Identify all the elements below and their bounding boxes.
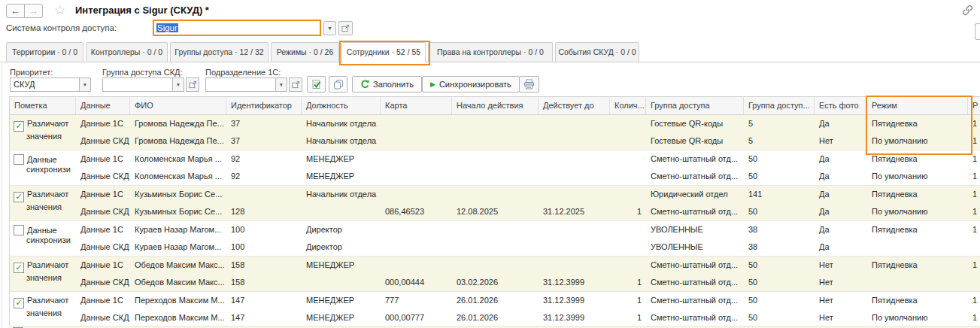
priority-input[interactable]: СКУД: [10, 77, 79, 92]
cell-access-group: УВОЛЕННЫЕ: [646, 221, 744, 238]
table-row[interactable]: Данные 1СПереходов Максим М...147МЕНЕДЖЕ…: [76, 292, 980, 309]
division-dropdown-button[interactable]: ▾: [275, 77, 287, 92]
acs-dropdown-button[interactable]: ▾: [323, 21, 336, 35]
tab-employees[interactable]: Сотрудники · 52 / 55: [341, 42, 426, 62]
column-header-access-group-id[interactable]: Группа доступ...: [744, 97, 815, 114]
cell-position: МЕНЕДЖЕР: [302, 150, 381, 168]
cell-quantity: 1: [610, 292, 646, 309]
cell-position: МЕНЕДЖЕР: [302, 168, 381, 185]
row-checkbox[interactable]: [14, 154, 24, 165]
acs-group-dropdown-button[interactable]: ▾: [172, 77, 184, 92]
priority-label: Приоритет:: [10, 68, 53, 77]
column-header-identifier[interactable]: Идентификатор: [226, 97, 302, 114]
table-row[interactable]: Данные СКДКураев Назар Магом...100Директ…: [76, 238, 980, 256]
row-checkbox[interactable]: [14, 225, 24, 235]
cell-end-date: [539, 150, 610, 168]
acs-group-open-button[interactable]: [186, 77, 199, 92]
forward-icon: →: [29, 5, 38, 17]
cell-data-source: Данные СКД: [76, 274, 130, 291]
column-header-end-date[interactable]: Действует до: [539, 97, 610, 114]
chevron-down-icon: ▾: [83, 81, 86, 88]
table-row[interactable]: Данные СКДОбедов Максим Макс...158000,00…: [76, 274, 980, 291]
tab-acs-events[interactable]: События СКУД · 0 / 0: [555, 42, 639, 62]
column-header-mode[interactable]: Режим: [867, 97, 968, 114]
back-button[interactable]: ←: [6, 4, 25, 18]
table-row[interactable]: Данные СКДКоломенская Марья ...92МЕНЕДЖЕ…: [76, 168, 980, 185]
mark-label: Различают значения: [26, 260, 68, 282]
division-open-button[interactable]: [289, 77, 302, 92]
table-row[interactable]: Данные СКДКузьминых Борис Се...128086,46…: [76, 203, 980, 220]
tab-controllers[interactable]: Контроллеры · 0 / 0: [86, 42, 168, 62]
fill-button[interactable]: Заполнить: [352, 76, 422, 93]
cell-extra: 1: [968, 186, 980, 203]
table-row[interactable]: Данные 1СКузьминых Борис Се...Начальник …: [76, 186, 980, 203]
cell-start-date: [452, 186, 539, 203]
cell-access-group: Юридический отдел: [646, 186, 744, 203]
mark-label: Данные синхронизи: [26, 155, 71, 174]
cell-has-photo: Нет: [815, 274, 867, 291]
sync-button[interactable]: ▶ Синхронизировать: [422, 76, 520, 93]
cell-card: 000,00777: [381, 309, 452, 326]
acs-input[interactable]: Sigur: [153, 20, 321, 36]
table-row[interactable]: Данные 1СГромова Надежда Пе...37Начальни…: [76, 115, 980, 132]
favorite-star-icon[interactable]: ☆: [54, 2, 65, 18]
cell-identifier: 158: [226, 257, 302, 274]
column-header-card[interactable]: Карта: [381, 97, 452, 114]
cell-end-date: 31.12.3999: [539, 292, 610, 309]
cell-access-group-id: 5: [744, 115, 815, 132]
table-row[interactable]: Данные СКДГромова Надежда Пе...37Начальн…: [76, 132, 980, 150]
cell-position: МЕНЕДЖЕР: [302, 257, 381, 274]
cell-mode: По умолчанию: [867, 309, 968, 326]
priority-dropdown-button[interactable]: ▾: [79, 77, 91, 92]
cell-has-photo: Да: [815, 168, 867, 185]
row-checkbox[interactable]: ✓: [14, 298, 24, 308]
table-row[interactable]: Данные 1СКоломенская Марья ...92МЕНЕДЖЕР…: [76, 150, 980, 168]
acs-group-input[interactable]: [102, 77, 172, 92]
division-input[interactable]: [205, 77, 275, 92]
table-row[interactable]: Данные 1СОбедов Максим Макс...158МЕНЕДЖЕ…: [76, 257, 980, 274]
cell-fio: Обедов Максим Макс...: [130, 274, 226, 291]
column-header-data[interactable]: Данные: [76, 97, 130, 114]
set-marks-button[interactable]: [307, 76, 326, 93]
get-link-icon[interactable]: [962, 5, 973, 16]
table-row[interactable]: Данные СКДПереходов Максим М...147МЕНЕДЖ…: [76, 309, 980, 326]
cell-has-photo: Нет: [815, 257, 867, 274]
print-button[interactable]: [519, 76, 539, 93]
check-icon: ✓: [15, 298, 22, 307]
cell-extra: 1: [968, 132, 980, 150]
cell-quantity: 1: [610, 203, 646, 220]
cell-end-date: [539, 115, 610, 132]
forward-button[interactable]: →: [24, 4, 43, 18]
tab-territories[interactable]: Территории · 0 / 0: [6, 42, 83, 62]
cell-has-photo: Да: [815, 186, 867, 203]
cell-access-group-id: 50: [744, 309, 815, 326]
tab-bar: Территории · 0 / 0 Контроллеры · 0 / 0 Г…: [6, 42, 639, 62]
column-header-mark[interactable]: Пометка: [10, 97, 76, 114]
cell-access-group-id: 50: [744, 150, 815, 168]
column-header-quantity[interactable]: Колич...: [610, 97, 646, 114]
row-checkbox[interactable]: ✓: [14, 192, 24, 202]
cell-access-group: Сметно-штатный отд...: [646, 274, 744, 291]
mark-cell: ✓Различают значения: [10, 257, 76, 291]
column-header-has-photo[interactable]: Есть фото: [815, 97, 867, 114]
column-header-access-group[interactable]: Группа доступа: [646, 97, 744, 114]
column-header-fio[interactable]: ФИО: [130, 97, 226, 114]
row-checkbox[interactable]: ✓: [14, 121, 24, 132]
division-combo: ▾: [205, 77, 302, 92]
row-checkbox[interactable]: ✓: [14, 263, 24, 273]
tab-modes[interactable]: Режимы · 0 / 26: [271, 42, 339, 62]
cell-fio: Кураев Назар Магом...: [130, 221, 226, 238]
cell-identifier: 147: [226, 309, 302, 326]
clear-marks-button[interactable]: [329, 76, 347, 93]
clipped-right-button[interactable]: [975, 23, 980, 40]
tab-controller-rights[interactable]: Права на контроллеры · 0 / 0: [428, 42, 553, 62]
cell-identifier: 128: [226, 203, 302, 220]
column-header-extra[interactable]: Р: [968, 97, 980, 114]
cell-extra: 1: [968, 168, 980, 185]
open-window-icon: [292, 80, 300, 89]
acs-open-button[interactable]: [338, 21, 353, 35]
table-row[interactable]: Данные 1СКураев Назар Магом...100Директо…: [76, 221, 980, 238]
column-header-position[interactable]: Должность: [302, 97, 381, 114]
tab-access-groups[interactable]: Группы доступа · 12 / 32: [170, 42, 269, 62]
column-header-start-date[interactable]: Начало действия: [452, 97, 539, 114]
